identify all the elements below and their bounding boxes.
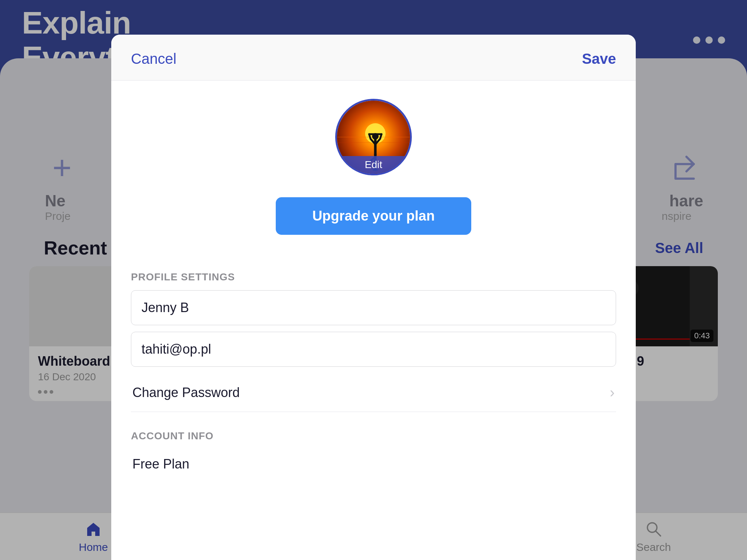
save-button[interactable]: Save [582, 51, 616, 67]
profile-settings-label: PROFILE SETTINGS [131, 271, 616, 283]
change-password-label: Change Password [132, 385, 240, 400]
avatar-wrapper[interactable]: Edit [335, 99, 412, 179]
avatar-edit-label[interactable]: Edit [337, 156, 410, 174]
chevron-right-icon: › [610, 384, 615, 401]
profile-modal: Cancel Save [111, 35, 636, 560]
cancel-button[interactable]: Cancel [131, 51, 177, 67]
change-password-row[interactable]: Change Password › [131, 373, 616, 412]
email-field[interactable] [131, 332, 616, 367]
modal-header: Cancel Save [111, 35, 636, 81]
name-field[interactable] [131, 290, 616, 325]
account-info-section: ACCOUNT INFO Free Plan [131, 430, 616, 479]
avatar-section: Edit [131, 99, 616, 179]
modal-body: Edit Upgrade your plan PROFILE SETTINGS … [111, 81, 636, 560]
account-info-label: ACCOUNT INFO [131, 430, 616, 442]
free-plan-label: Free Plan [131, 449, 616, 479]
avatar-circle: Edit [335, 99, 412, 175]
upgrade-button[interactable]: Upgrade your plan [276, 197, 471, 235]
